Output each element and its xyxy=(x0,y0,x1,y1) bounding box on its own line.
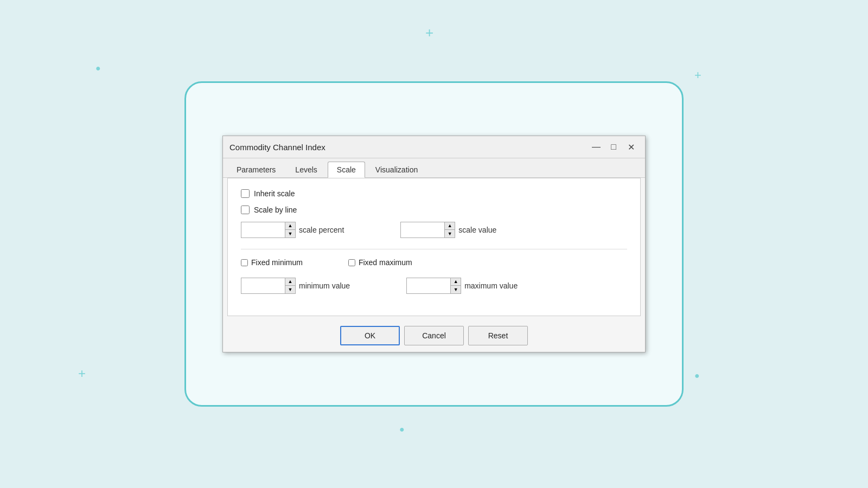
tabs-bar: Parameters Levels Scale Visualization xyxy=(223,158,645,178)
minimum-value-label: minimum value xyxy=(299,281,350,290)
minimum-value-input[interactable]: 0.00 xyxy=(241,280,285,292)
dialog-content: Inherit scale Scale by line 50 ▲ ▼ xyxy=(227,178,641,316)
deco-dot-2: ● xyxy=(694,371,700,381)
scale-percent-row: 50 ▲ ▼ scale percent 0.00 ▲ ▼ xyxy=(241,222,627,238)
scale-percent-down[interactable]: ▼ xyxy=(285,230,295,237)
scale-value-spinbox: 0.00 ▲ ▼ xyxy=(400,222,455,238)
minimum-value-group: 0.00 ▲ ▼ minimum value xyxy=(241,278,350,294)
scale-by-line-row: Scale by line xyxy=(241,206,627,214)
section-divider xyxy=(241,249,627,249)
inherit-scale-checkbox[interactable] xyxy=(241,189,250,198)
tab-levels[interactable]: Levels xyxy=(286,162,326,177)
fixed-checkboxes-row: Fixed minimum Fixed maximum xyxy=(241,258,627,267)
scale-value-input[interactable]: 0.00 xyxy=(401,224,444,236)
deco-plus-1: + xyxy=(425,24,433,41)
titlebar: Commodity Channel Index — □ ✕ xyxy=(223,136,645,158)
inherit-scale-row: Inherit scale xyxy=(241,189,627,198)
scale-percent-spinbox: 50 ▲ ▼ xyxy=(241,222,296,238)
deco-plus-2: + xyxy=(694,68,701,82)
minimize-button[interactable]: — xyxy=(589,140,604,153)
maximize-button[interactable]: □ xyxy=(606,140,621,153)
fixed-minimum-check-group: Fixed minimum xyxy=(241,258,303,267)
maximum-value-spinbox: 0.00 ▲ ▼ xyxy=(406,278,461,294)
ok-button[interactable]: OK xyxy=(340,326,400,345)
scale-value-up[interactable]: ▲ xyxy=(445,222,455,230)
scale-value-label: scale value xyxy=(458,226,496,234)
maximum-value-group: 0.00 ▲ ▼ maximum value xyxy=(406,278,518,294)
reset-button[interactable]: Reset xyxy=(468,326,528,345)
dialog-title: Commodity Channel Index xyxy=(229,143,326,152)
fixed-maximum-label: Fixed maximum xyxy=(359,258,412,267)
deco-dot-1: ● xyxy=(95,63,101,73)
fixed-minimum-checkbox[interactable] xyxy=(241,259,248,266)
close-button[interactable]: ✕ xyxy=(623,140,639,153)
scale-value-spin-buttons: ▲ ▼ xyxy=(444,222,455,237)
scale-value-down[interactable]: ▼ xyxy=(445,230,455,237)
maximum-value-up[interactable]: ▲ xyxy=(451,278,461,286)
minimum-value-down[interactable]: ▼ xyxy=(285,286,295,293)
cancel-button[interactable]: Cancel xyxy=(404,326,464,345)
maximum-value-label: maximum value xyxy=(464,281,518,290)
fixed-maximum-check-group: Fixed maximum xyxy=(348,258,412,267)
scale-percent-spin-buttons: ▲ ▼ xyxy=(285,222,295,237)
deco-plus-3: + xyxy=(78,366,86,381)
button-row: OK Cancel Reset xyxy=(223,320,645,352)
tab-visualization[interactable]: Visualization xyxy=(366,162,427,177)
minimum-value-spin-buttons: ▲ ▼ xyxy=(285,278,295,293)
fixed-minimum-label: Fixed minimum xyxy=(251,258,303,267)
scale-percent-input[interactable]: 50 xyxy=(241,224,285,236)
tab-scale[interactable]: Scale xyxy=(328,162,365,178)
deco-dot-3: ● xyxy=(399,425,405,434)
minimum-value-up[interactable]: ▲ xyxy=(285,278,295,286)
scale-percent-group: 50 ▲ ▼ scale percent xyxy=(241,222,344,238)
maximum-value-down[interactable]: ▼ xyxy=(451,286,461,293)
scale-value-group: 0.00 ▲ ▼ scale value xyxy=(400,222,496,238)
scale-by-line-label: Scale by line xyxy=(254,206,297,214)
scale-percent-label: scale percent xyxy=(299,226,344,234)
maximum-value-input[interactable]: 0.00 xyxy=(407,280,450,292)
tab-parameters[interactable]: Parameters xyxy=(227,162,285,177)
scale-percent-up[interactable]: ▲ xyxy=(285,222,295,230)
min-max-value-row: 0.00 ▲ ▼ minimum value 0.00 ▲ ▼ xyxy=(241,278,627,294)
maximum-value-spin-buttons: ▲ ▼ xyxy=(450,278,461,293)
scale-by-line-checkbox[interactable] xyxy=(241,206,250,214)
minimum-value-spinbox: 0.00 ▲ ▼ xyxy=(241,278,296,294)
outer-card: Commodity Channel Index — □ ✕ Parameters… xyxy=(184,81,684,407)
inherit-scale-label: Inherit scale xyxy=(254,189,295,198)
fixed-maximum-checkbox[interactable] xyxy=(348,259,355,266)
titlebar-controls: — □ ✕ xyxy=(589,140,639,153)
dialog-window: Commodity Channel Index — □ ✕ Parameters… xyxy=(222,136,646,352)
